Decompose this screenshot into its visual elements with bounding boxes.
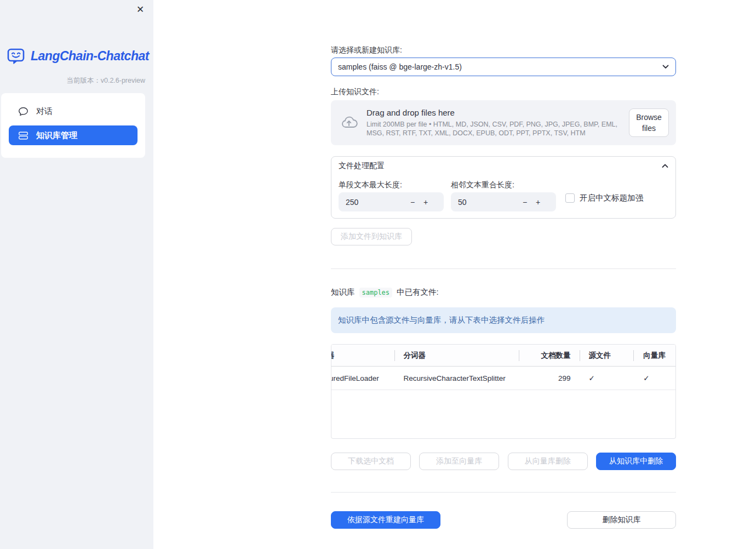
cell-loader: uredFileLoader — [331, 367, 394, 390]
chevron-up-icon — [662, 164, 668, 168]
chunk-overlap-stepper: − + — [451, 192, 556, 211]
table-header-loader[interactable]: 器 — [331, 345, 394, 366]
sidebar-item-label: 对话 — [36, 106, 53, 117]
zh-title-enhance-label: 开启中文标题加强 — [580, 193, 643, 203]
version-text: 当前版本：v0.2.6-preview — [66, 76, 145, 85]
minus-button[interactable]: − — [406, 198, 419, 207]
minus-button[interactable]: − — [518, 198, 531, 207]
delete-kb-button[interactable]: 删除知识库 — [567, 511, 676, 529]
file-actions-row: 下载选中文档 添加至向量库 从向量库删除 从知识库中删除 — [331, 453, 676, 470]
file-config-expander: 文件处理配置 单段文本最大长度: 相邻文本重合长度: − + − + — [331, 156, 676, 219]
version-label: 当前版本： — [66, 77, 101, 84]
files-table: 器 分词器 文档数量 源文件 向量库 uredFileLoader Recurs… — [331, 344, 676, 439]
upload-label: 上传知识文件: — [331, 87, 379, 97]
kb-list-icon — [18, 131, 28, 140]
expander-header[interactable]: 文件处理配置 — [339, 157, 668, 175]
sidebar-item-dialogue[interactable]: 对话 — [9, 101, 138, 121]
sidebar-nav: 对话 知识库管理 — [1, 93, 145, 158]
kb-select-value: samples (faiss @ bge-large-zh-v1.5) — [338, 62, 462, 71]
existing-files-suffix: 中已有文件: — [397, 287, 439, 298]
zh-title-enhance-checkbox[interactable] — [565, 193, 575, 203]
delete-from-vector-store-button[interactable]: 从向量库删除 — [508, 453, 588, 470]
app-logo-text: LangChain-Chatchat — [31, 49, 149, 64]
chunk-size-stepper: − + — [339, 192, 444, 211]
chat-bubble-icon — [18, 107, 28, 116]
chunk-size-label: 单段文本最大长度: — [339, 180, 402, 190]
chunk-overlap-input[interactable] — [458, 198, 518, 207]
dropzone-title: Drag and drop files here — [366, 108, 628, 117]
zh-title-enhance-row: 开启中文标题加强 — [565, 193, 643, 203]
table-header-splitter[interactable]: 分词器 — [394, 345, 519, 366]
kb-name-code: samples — [359, 288, 393, 298]
browse-files-button[interactable]: Browse files — [629, 108, 669, 137]
sidebar-item-kb-management[interactable]: 知识库管理 — [9, 125, 138, 145]
app-window: ✕ LangChain-Chatchat 当前版本：v0.2.6-preview — [0, 0, 756, 549]
cell-source-file-check: ✓ — [580, 367, 634, 390]
file-dropzone[interactable]: Drag and drop files here Limit 200MB per… — [331, 100, 676, 145]
app-logo: LangChain-Chatchat — [7, 47, 149, 65]
sidebar-close-button[interactable]: ✕ — [134, 3, 147, 16]
table-header-source-file[interactable]: 源文件 — [580, 345, 634, 366]
chevron-down-icon — [662, 65, 669, 69]
cell-doc-count: 299 — [519, 367, 580, 390]
plus-button[interactable]: + — [419, 198, 432, 207]
cell-splitter: RecursiveCharacterTextSplitter — [394, 367, 519, 390]
table-row[interactable]: uredFileLoader RecursiveCharacterTextSpl… — [331, 367, 675, 390]
chunk-size-input[interactable] — [346, 198, 406, 207]
existing-files-prefix: 知识库 — [331, 287, 355, 298]
add-to-vector-store-button[interactable]: 添加至向量库 — [419, 453, 499, 470]
divider — [331, 492, 676, 493]
table-header-doc-count[interactable]: 文档数量 — [519, 345, 580, 366]
cloud-upload-icon — [340, 116, 358, 130]
kb-select-label: 请选择或新建知识库: — [331, 45, 402, 55]
divider — [331, 268, 676, 269]
info-message-text: 知识库中包含源文件与向量库，请从下表中选择文件后操作 — [338, 315, 545, 325]
table-header-row: 器 分词器 文档数量 源文件 向量库 — [331, 345, 675, 367]
existing-files-line: 知识库 samples 中已有文件: — [331, 287, 439, 298]
info-message: 知识库中包含源文件与向量库，请从下表中选择文件后操作 — [331, 307, 676, 333]
cell-vector-store-check: ✓ — [633, 367, 675, 390]
dropzone-text: Drag and drop files here Limit 200MB per… — [366, 108, 628, 138]
version-value: v0.2.6-preview — [101, 77, 145, 84]
expander-title: 文件处理配置 — [339, 161, 385, 171]
delete-from-kb-button[interactable]: 从知识库中删除 — [596, 453, 676, 470]
sidebar: ✕ LangChain-Chatchat 当前版本：v0.2.6-preview — [0, 0, 153, 549]
chunk-overlap-label: 相邻文本重合长度: — [451, 180, 514, 190]
chatchat-logo-icon — [7, 47, 26, 65]
main-content: 请选择或新建知识库: samples (faiss @ bge-large-zh… — [331, 0, 676, 549]
rebuild-vector-store-button[interactable]: 依据源文件重建向量库 — [331, 511, 440, 529]
plus-button[interactable]: + — [531, 198, 545, 207]
table-header-vector-store[interactable]: 向量库 — [633, 345, 675, 366]
download-selected-button[interactable]: 下载选中文档 — [331, 453, 411, 470]
sidebar-item-label: 知识库管理 — [36, 130, 77, 141]
kb-select[interactable]: samples (faiss @ bge-large-zh-v1.5) — [331, 58, 676, 76]
add-files-to-kb-button[interactable]: 添加文件到知识库 — [331, 228, 412, 245]
dropzone-limit: Limit 200MB per file • HTML, MD, JSON, C… — [366, 120, 628, 138]
